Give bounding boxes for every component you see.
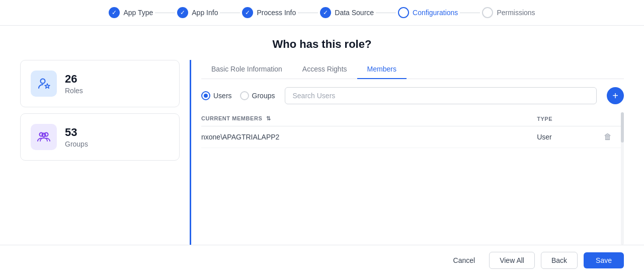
search-box bbox=[285, 87, 597, 104]
cancel-button[interactable]: Cancel bbox=[445, 252, 484, 268]
filter-row: Users Groups + bbox=[201, 87, 624, 104]
tab-access-rights[interactable]: Access Rights bbox=[292, 60, 357, 79]
step-icon-data-source: ✓ bbox=[320, 7, 331, 18]
back-button[interactable]: Back bbox=[541, 252, 578, 269]
step-icon-app-type: ✓ bbox=[109, 7, 120, 18]
step-permissions[interactable]: Permissions bbox=[482, 7, 535, 18]
tab-members[interactable]: Members bbox=[357, 60, 407, 79]
col-type: TYPE bbox=[537, 112, 604, 126]
content-area: 26 Roles 53 bbox=[0, 60, 644, 245]
groups-count: 53 bbox=[65, 126, 88, 139]
step-icon-configurations bbox=[398, 7, 409, 18]
member-name: nxone\APAGTRIALAPP2 bbox=[201, 126, 537, 148]
radio-groups[interactable]: Groups bbox=[240, 91, 275, 100]
groups-icon-box bbox=[31, 124, 57, 150]
scrollbar-track[interactable] bbox=[621, 112, 624, 245]
page-title: Who has this role? bbox=[0, 26, 644, 60]
svg-point-0 bbox=[41, 79, 45, 84]
groups-label: Groups bbox=[65, 140, 88, 148]
step-label-configurations: Configurations bbox=[413, 9, 458, 17]
connector-1 bbox=[155, 13, 175, 13]
step-label-data-source: Data Source bbox=[335, 9, 374, 17]
step-label-app-info: App Info bbox=[192, 9, 218, 17]
col-current-members: CURRENT MEMBERS ⇅ bbox=[201, 112, 537, 126]
connector-3 bbox=[298, 13, 318, 13]
roles-card: 26 Roles bbox=[20, 60, 180, 107]
add-member-button[interactable]: + bbox=[607, 87, 624, 104]
connector-5 bbox=[460, 13, 480, 13]
step-icon-permissions bbox=[482, 7, 493, 18]
delete-member-button[interactable]: 🗑 bbox=[604, 132, 612, 142]
main-content: Who has this role? 26 Roles bbox=[0, 26, 644, 245]
step-process-info[interactable]: ✓ Process Info bbox=[242, 7, 296, 18]
left-panel: 26 Roles 53 bbox=[20, 60, 191, 245]
radio-users-circle bbox=[201, 91, 210, 100]
radio-group: Users Groups bbox=[201, 91, 275, 100]
stepper: ✓ App Type ✓ App Info ✓ Process Info ✓ D… bbox=[0, 0, 644, 26]
table-row: nxone\APAGTRIALAPP2 User 🗑 bbox=[201, 126, 624, 148]
connector-4 bbox=[376, 13, 396, 13]
member-type: User bbox=[537, 126, 604, 148]
view-all-button[interactable]: View All bbox=[489, 252, 535, 269]
radio-groups-circle bbox=[240, 91, 249, 100]
scrollbar-thumb bbox=[621, 112, 624, 143]
tab-basic-role-information[interactable]: Basic Role Information bbox=[201, 60, 292, 79]
groups-info: 53 Groups bbox=[65, 126, 88, 148]
step-label-permissions: Permissions bbox=[497, 9, 535, 17]
step-icon-app-info: ✓ bbox=[177, 7, 188, 18]
roles-icon-box bbox=[31, 71, 57, 97]
step-app-type[interactable]: ✓ App Type bbox=[109, 7, 153, 18]
roles-label: Roles bbox=[65, 87, 83, 95]
tabs-bar: Basic Role Information Access Rights Mem… bbox=[201, 60, 624, 79]
roles-info: 26 Roles bbox=[65, 73, 83, 95]
step-configurations[interactable]: Configurations bbox=[398, 7, 458, 18]
step-label-app-type: App Type bbox=[123, 9, 153, 17]
members-table: CURRENT MEMBERS ⇅ TYPE nxone\APAGTRIALAP… bbox=[201, 112, 624, 148]
svg-marker-1 bbox=[45, 84, 50, 88]
step-icon-process-info: ✓ bbox=[242, 7, 253, 18]
step-label-process-info: Process Info bbox=[257, 9, 296, 17]
connector-2 bbox=[220, 13, 240, 13]
search-input[interactable] bbox=[285, 87, 597, 104]
members-table-wrapper: CURRENT MEMBERS ⇅ TYPE nxone\APAGTRIALAP… bbox=[201, 112, 624, 245]
step-app-info[interactable]: ✓ App Info bbox=[177, 7, 218, 18]
roles-icon bbox=[37, 77, 51, 91]
step-data-source[interactable]: ✓ Data Source bbox=[320, 7, 374, 18]
groups-icon bbox=[37, 130, 51, 144]
roles-count: 26 bbox=[65, 73, 83, 86]
right-panel: Basic Role Information Access Rights Mem… bbox=[191, 60, 624, 245]
radio-users[interactable]: Users bbox=[201, 91, 232, 100]
footer: Cancel View All Back Save bbox=[0, 245, 644, 275]
groups-card: 53 Groups bbox=[20, 113, 180, 161]
save-button[interactable]: Save bbox=[584, 252, 624, 268]
